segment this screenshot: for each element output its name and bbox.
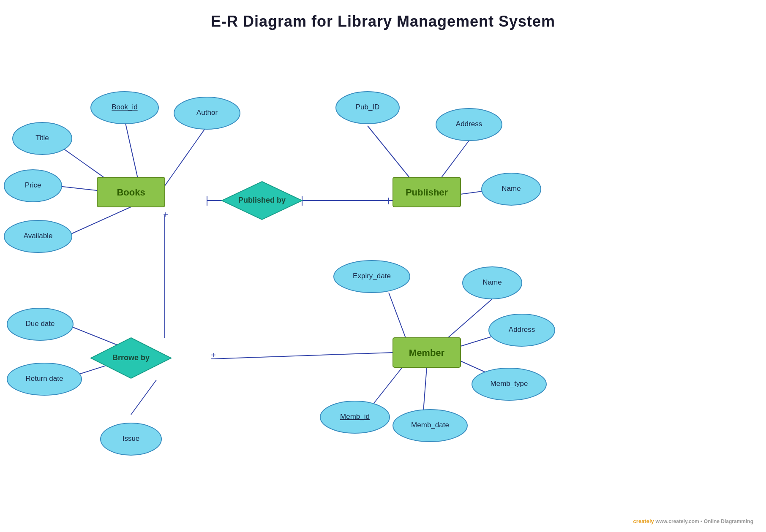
er-diagram-svg: + + Books Publisher Member Published by … <box>0 42 766 532</box>
attr-memb-type-label: Memb_type <box>491 380 528 388</box>
svg-line-8 <box>389 293 406 338</box>
svg-line-4 <box>65 207 131 236</box>
rel-brrowe-by-label: Brrowe by <box>112 353 150 362</box>
svg-line-5 <box>368 126 416 186</box>
brand-name: creately <box>633 518 654 524</box>
attr-expiry-date-label: Expiry_date <box>353 272 391 280</box>
svg-line-14 <box>68 325 120 346</box>
svg-line-16 <box>131 380 156 415</box>
attr-pub-address-label: Address <box>456 120 482 128</box>
diagram-container: + + Books Publisher Member Published by … <box>0 42 766 532</box>
entity-publisher-label: Publisher <box>406 187 448 198</box>
page-title: E-R Diagram for Library Management Syste… <box>0 0 766 30</box>
attr-price-label: Price <box>25 181 41 189</box>
attr-pub-name-label: Name <box>502 185 521 193</box>
entity-books-label: Books <box>117 187 145 198</box>
attr-available-label: Available <box>24 232 53 240</box>
entity-member-label: Member <box>409 347 445 358</box>
svg-line-9 <box>448 299 492 338</box>
attr-author-label: Author <box>196 109 218 117</box>
attr-memb-date-label: Memb_date <box>411 421 449 429</box>
svg-line-0 <box>125 119 139 186</box>
svg-line-2 <box>165 126 207 186</box>
watermark: creately www.creately.com • Online Diagr… <box>633 518 753 524</box>
svg-text:+: + <box>211 350 216 360</box>
watermark-text: www.creately.com • Online Diagramming <box>655 518 753 524</box>
attr-title-label: Title <box>35 134 49 142</box>
svg-text:+: + <box>163 210 168 219</box>
rel-published-by-label: Published by <box>238 196 286 204</box>
attr-mem-address-label: Address <box>509 326 535 334</box>
attr-due-date-label: Due date <box>26 320 55 328</box>
attr-memb-id-label: Memb_id <box>340 413 370 421</box>
attr-book-id-label: Book_id <box>112 103 137 111</box>
attr-return-date-label: Return date <box>26 375 63 383</box>
svg-line-20 <box>211 353 393 359</box>
attr-mem-name-label: Name <box>482 278 502 286</box>
attr-issue-label: Issue <box>123 434 140 442</box>
attr-pub-id-label: Pub_ID <box>356 103 380 111</box>
